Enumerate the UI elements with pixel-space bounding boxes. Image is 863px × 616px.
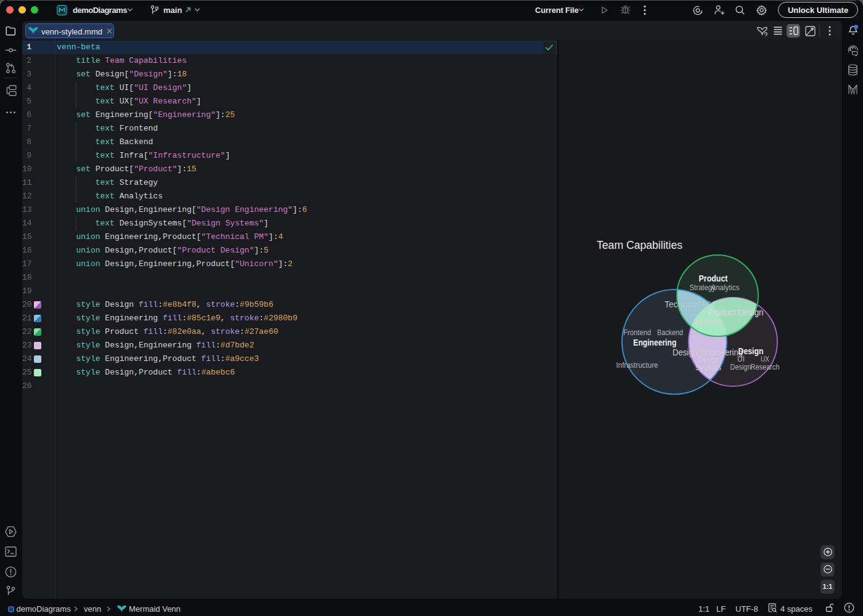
svg-text:Research: Research xyxy=(751,363,780,371)
svg-text:UX: UX xyxy=(761,355,770,363)
svg-text:Design: Design xyxy=(698,355,719,364)
svg-text:Unicorn: Unicorn xyxy=(695,317,722,326)
svg-text:Product Design: Product Design xyxy=(708,307,764,317)
svg-text:Analytics: Analytics xyxy=(711,283,740,292)
svg-text:Systems: Systems xyxy=(695,363,721,372)
svg-text:Frontend: Frontend xyxy=(623,328,651,337)
svg-text:Team Capabilities: Team Capabilities xyxy=(597,239,682,251)
svg-text:Design: Design xyxy=(730,363,751,371)
svg-text:Backend: Backend xyxy=(657,328,683,337)
svg-text:Product: Product xyxy=(699,273,728,283)
svg-text:Engineering: Engineering xyxy=(633,337,676,347)
svg-text:UI: UI xyxy=(737,355,745,363)
svg-text:Infrastructure: Infrastructure xyxy=(616,361,658,370)
